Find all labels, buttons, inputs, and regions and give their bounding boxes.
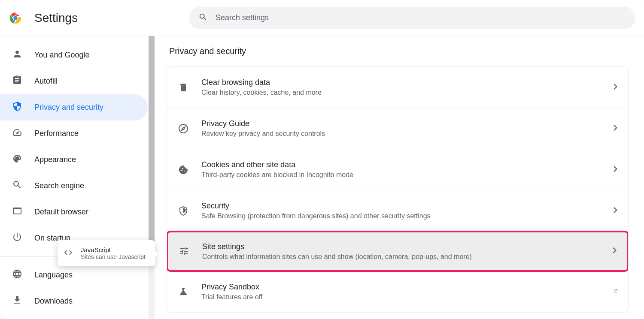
tooltip-subtitle: Sites can use Javascript (81, 253, 146, 260)
row-text: Privacy Guide Review key privacy and sec… (201, 119, 601, 138)
speedometer-icon (12, 127, 22, 140)
row-cookies[interactable]: Cookies and other site data Third-party … (167, 149, 628, 190)
external-link-icon (614, 288, 618, 295)
chevron-right-icon (614, 125, 618, 132)
row-security[interactable]: Security Safe Browsing (protection from … (167, 190, 628, 232)
tooltip-javascript: JavaScript Sites can use Javascript (58, 240, 155, 266)
main-content: Privacy and security Clear browsing data… (155, 36, 644, 319)
row-privacy-sandbox[interactable]: Privacy Sandbox Trial features are off (167, 271, 628, 312)
globe-icon (12, 269, 22, 281)
row-privacy-guide[interactable]: Privacy Guide Review key privacy and sec… (167, 108, 628, 149)
search-icon (12, 180, 22, 192)
row-subtitle: Third-party cookies are blocked in Incog… (201, 171, 601, 179)
sidebar-item-label: Default browser (34, 208, 88, 217)
shield-icon (12, 101, 22, 114)
row-subtitle: Trial features are off (201, 293, 601, 301)
row-title: Cookies and other site data (201, 160, 601, 169)
search-box[interactable] (189, 7, 635, 29)
row-clear-browsing-data[interactable]: Clear browsing data Clear history, cooki… (167, 67, 628, 108)
scrollbar-track[interactable] (149, 36, 155, 319)
sidebar-item-appearance[interactable]: Appearance (0, 147, 148, 173)
sidebar-item-label: Downloads (34, 297, 73, 306)
clipboard-icon (12, 75, 22, 87)
row-site-settings[interactable]: Site settings Controls what information … (167, 231, 629, 272)
sidebar-item-label: Performance (34, 129, 79, 138)
shield-outline-icon (177, 206, 189, 216)
row-text: Cookies and other site data Third-party … (201, 160, 601, 179)
sidebar-item-label: Autofill (34, 77, 58, 86)
row-subtitle: Clear history, cookies, cache, and more (201, 89, 601, 96)
chevron-right-icon (614, 166, 618, 174)
row-title: Security (201, 202, 601, 211)
chrome-logo-icon (9, 11, 22, 25)
row-title: Clear browsing data (201, 78, 601, 87)
row-title: Privacy Guide (201, 119, 601, 128)
row-title: Privacy Sandbox (201, 283, 601, 292)
palette-icon (12, 153, 22, 166)
header: Settings (0, 0, 644, 36)
row-text: Privacy Sandbox Trial features are off (201, 283, 601, 301)
sidebar-item-performance[interactable]: Performance (0, 120, 148, 147)
svg-point-2 (13, 16, 17, 20)
row-text: Site settings Controls what information … (202, 242, 601, 261)
scrollbar-thumb[interactable] (149, 36, 155, 242)
flask-icon (177, 286, 189, 297)
sidebar-item-autofill[interactable]: Autofill (0, 68, 148, 94)
sidebar-item-default-browser[interactable]: Default browser (0, 199, 148, 225)
person-icon (12, 49, 22, 61)
compass-icon (177, 123, 189, 134)
tooltip-title: JavaScript (81, 246, 146, 253)
row-text: Security Safe Browsing (protection from … (201, 202, 601, 220)
code-icon (64, 248, 73, 259)
chevron-right-icon (614, 84, 618, 91)
tune-icon (178, 246, 190, 256)
sidebar-item-label: Privacy and security (34, 103, 103, 112)
sidebar-item-label: Appearance (34, 155, 76, 164)
download-icon (12, 295, 22, 307)
sidebar-item-downloads[interactable]: Downloads (0, 288, 148, 314)
privacy-card: Clear browsing data Clear history, cooki… (167, 66, 629, 313)
sidebar-item-label: You and Google (34, 51, 89, 60)
trash-icon (177, 82, 189, 93)
cookie-icon (177, 165, 189, 175)
sidebar-item-label: Search engine (34, 181, 84, 190)
sidebar-item-label: Languages (34, 271, 73, 280)
row-title: Site settings (202, 242, 601, 251)
browser-icon (12, 206, 22, 218)
chevron-right-icon (614, 207, 618, 215)
search-icon (198, 12, 208, 24)
sidebar-item-you-and-google[interactable]: You and Google (0, 42, 148, 68)
row-subtitle: Safe Browsing (protection from dangerous… (201, 212, 601, 220)
row-subtitle: Review key privacy and security controls (201, 130, 601, 138)
row-text: Clear browsing data Clear history, cooki… (201, 78, 601, 96)
row-subtitle: Controls what information sites can use … (202, 253, 601, 261)
search-input[interactable] (216, 13, 626, 22)
sidebar-item-search-engine[interactable]: Search engine (0, 173, 148, 199)
chevron-right-icon (613, 247, 617, 255)
sidebar-item-privacy-security[interactable]: Privacy and security (0, 94, 148, 120)
power-icon (12, 232, 22, 244)
section-title: Privacy and security (169, 46, 629, 56)
sidebar: You and Google Autofill Privacy and secu… (0, 36, 155, 319)
page-title: Settings (34, 11, 78, 25)
